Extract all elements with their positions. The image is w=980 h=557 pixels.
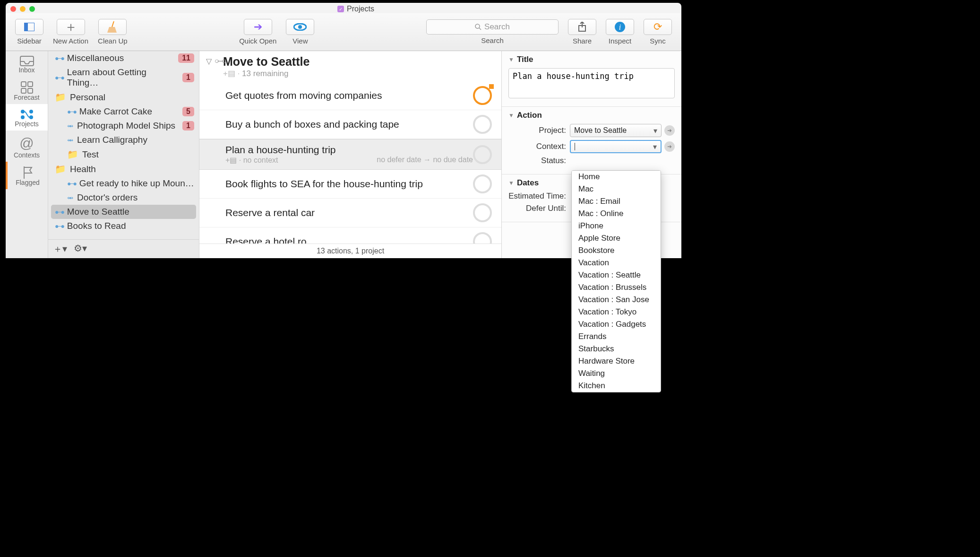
sidebar-item[interactable]: 📁Health xyxy=(48,162,199,176)
context-option[interactable]: Vacation : Tokyo xyxy=(572,306,661,318)
status-circle[interactable] xyxy=(473,174,492,193)
rail-flagged[interactable]: Flagged xyxy=(6,162,48,189)
context-select[interactable] xyxy=(570,140,662,153)
context-option[interactable]: Bookstore xyxy=(572,244,661,257)
sidebar-item[interactable]: ●─●Make Carrot Cake5 xyxy=(48,104,199,119)
status-circle[interactable] xyxy=(473,86,492,105)
sidebar-item[interactable]: 📁Personal xyxy=(48,90,199,104)
window-title: ✓ Projects xyxy=(35,5,677,13)
main-outline: ▽ ○─○ Move to Seattle +▤ · 13 remaining … xyxy=(199,51,502,258)
grid-icon xyxy=(21,81,33,94)
add-icon[interactable]: ＋▾ xyxy=(53,243,67,255)
svg-line-2 xyxy=(112,21,114,27)
sidebar-item[interactable]: 📁Test xyxy=(48,147,199,162)
sidebar-item-label: Miscellaneous xyxy=(67,53,124,63)
new-action-button[interactable]: ＋ New Action xyxy=(53,19,88,45)
context-dropdown[interactable]: HomeMacMac : EmailMac : OnlineiPhoneAppl… xyxy=(571,170,661,392)
action-row[interactable]: Get quotes from moving companies xyxy=(199,81,501,110)
context-option[interactable]: Apple Store xyxy=(572,232,661,244)
inspector-action-header[interactable]: Action xyxy=(508,111,675,120)
parallel-icon: ⥈ xyxy=(67,136,73,145)
project-select[interactable]: Move to Seattle xyxy=(570,124,662,137)
rail-projects[interactable]: Projects xyxy=(6,104,48,131)
svg-text:i: i xyxy=(619,23,621,31)
title-field[interactable] xyxy=(508,68,675,98)
sidebar-item[interactable]: ●─●Move to Seattle xyxy=(51,205,196,219)
action-row[interactable]: Reserve a hotel ro xyxy=(199,227,501,244)
action-title: Reserve a hotel ro xyxy=(225,236,473,244)
inspector-title-header[interactable]: Title xyxy=(508,55,675,64)
zoom-icon[interactable] xyxy=(29,6,35,12)
sidebar-button[interactable]: Sidebar xyxy=(15,19,43,45)
context-go-icon[interactable]: ➜ xyxy=(664,141,675,152)
context-option[interactable]: Mac : Online xyxy=(572,208,661,220)
arrow-icon: ➔ xyxy=(244,19,272,35)
minimize-icon[interactable] xyxy=(20,6,26,12)
gear-icon[interactable]: ⚙▾ xyxy=(74,243,87,255)
view-button[interactable]: View xyxy=(286,19,314,45)
outline-expand-icons[interactable]: ▽ ○─○ xyxy=(206,57,225,66)
sidebar-item-label: Photograph Model Ships xyxy=(77,121,175,131)
action-row[interactable]: Plan a house-hunting trip+▤ · no context… xyxy=(199,139,501,170)
count-badge: 5 xyxy=(182,107,194,116)
cleanup-button[interactable]: Clean Up xyxy=(98,19,128,45)
sidebar-item[interactable]: ●─●Get ready to hike up Moun… xyxy=(48,176,199,191)
context-option[interactable]: Vacation : Seattle xyxy=(572,269,661,281)
sidebar-item[interactable]: ⥈Doctor's orders xyxy=(48,191,199,205)
svg-point-17 xyxy=(29,110,33,113)
action-row[interactable]: Book flights to SEA for the house-huntin… xyxy=(199,170,501,199)
sidebar-item[interactable]: ⥈Learn Calligraphy xyxy=(48,133,199,147)
svg-point-18 xyxy=(21,115,25,119)
status-circle[interactable] xyxy=(473,145,492,164)
context-option[interactable]: Mac : Email xyxy=(572,195,661,208)
context-option[interactable]: iPhone xyxy=(572,220,661,232)
quick-open-button[interactable]: ➔ Quick Open xyxy=(239,19,276,45)
rail-contexts[interactable]: @ Contexts xyxy=(6,131,48,162)
context-option[interactable]: Vacation xyxy=(572,257,661,269)
context-option[interactable]: Waiting xyxy=(572,367,661,380)
status-circle[interactable] xyxy=(473,115,492,134)
project-sidebar: ●─●Miscellaneous11●─●Learn about Getting… xyxy=(48,51,199,258)
context-option[interactable]: Vacation : Gadgets xyxy=(572,318,661,331)
broom-icon xyxy=(98,19,127,35)
project-go-icon[interactable]: ➜ xyxy=(664,125,675,136)
status-circle[interactable] xyxy=(473,203,492,222)
sync-button[interactable]: ⟳ Sync xyxy=(644,19,672,45)
sidebar-item[interactable]: ⥈Photograph Model Ships1 xyxy=(48,119,199,133)
action-row[interactable]: Buy a bunch of boxes and packing tape xyxy=(199,110,501,139)
rail-forecast[interactable]: Forecast xyxy=(6,77,48,104)
parallel-icon: ⥈ xyxy=(67,122,73,131)
action-row[interactable]: Reserve a rental car xyxy=(199,199,501,227)
action-title: Get quotes from moving companies xyxy=(225,90,473,101)
sidebar-item-label: Make Carrot Cake xyxy=(79,106,152,117)
context-option[interactable]: Mac xyxy=(572,183,661,195)
context-option[interactable]: Vacation : San Jose xyxy=(572,294,661,306)
count-badge: 1 xyxy=(182,73,194,82)
context-option[interactable]: Home xyxy=(572,171,661,183)
project-label: Project: xyxy=(508,126,570,135)
status-circle[interactable] xyxy=(473,232,492,244)
status-label: Status: xyxy=(508,156,570,165)
svg-rect-13 xyxy=(28,82,33,87)
sidebar-item-label: Learn about Getting Thing… xyxy=(67,67,179,88)
parallel-icon: ⥈ xyxy=(67,193,73,202)
sidebar-item[interactable]: ●─●Miscellaneous11 xyxy=(48,51,199,65)
context-option[interactable]: Work xyxy=(572,392,661,392)
context-option[interactable]: Starbucks xyxy=(572,343,661,355)
rail-inbox[interactable]: Inbox xyxy=(6,51,48,77)
sidebar-item[interactable]: ●─●Learn about Getting Thing…1 xyxy=(48,65,199,90)
inspect-button[interactable]: i Inspect xyxy=(606,19,634,45)
traffic-lights xyxy=(10,6,35,12)
status-bar: 13 actions, 1 project xyxy=(199,244,501,258)
context-option[interactable]: Errands xyxy=(572,331,661,343)
project-subtitle: +▤ · 13 remaining xyxy=(223,69,492,78)
search-input[interactable]: Search xyxy=(426,19,559,35)
sidebar-item[interactable]: ●─●Books to Read xyxy=(48,219,199,233)
context-option[interactable]: Vacation : Brussels xyxy=(572,281,661,294)
context-option[interactable]: Kitchen xyxy=(572,380,661,392)
perspective-rail: Inbox Forecast Projects @ Contexts xyxy=(6,51,48,258)
close-icon[interactable] xyxy=(10,6,16,12)
app-icon: ✓ xyxy=(337,6,344,12)
context-option[interactable]: Hardware Store xyxy=(572,355,661,367)
share-button[interactable]: Share xyxy=(568,19,596,45)
